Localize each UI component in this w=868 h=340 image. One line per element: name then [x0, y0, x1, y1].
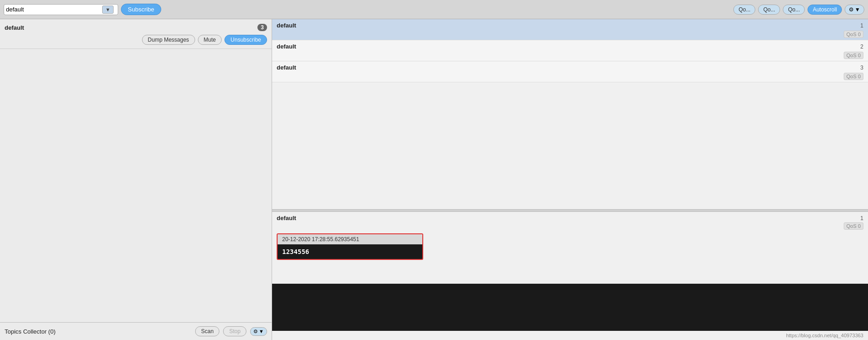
scan-button[interactable]: Scan: [195, 326, 219, 336]
qo2-button[interactable]: Qo...: [758, 5, 780, 15]
subscription-title: default: [5, 24, 24, 31]
right-panel: default 1 QoS 0 default 2 QoS 0: [272, 19, 868, 340]
message-item-1[interactable]: default 1 QoS 0: [272, 19, 868, 40]
gear-dropdown-arrow: ▼: [855, 6, 860, 13]
subscription-badge: 3: [257, 24, 267, 31]
detail-num: 1: [860, 215, 863, 221]
footer-url: https://blog.csdn.net/qq_40973363: [272, 331, 868, 340]
gear-settings-button[interactable]: ⚙ ▼: [845, 5, 864, 15]
message-num-2: 2: [860, 43, 863, 50]
subscription-section: default 3 Dump Messages Mute Unsubscribe: [0, 19, 272, 49]
message-highlight-box: 20-12-2020 17:28:55.62935451 1234556: [277, 233, 423, 260]
topic-dropdown-arrow[interactable]: ▼: [102, 5, 114, 14]
message-topic-1: default: [277, 22, 296, 29]
detail-panel: default 1 QoS 0 20-12-2020 17:28:55.6293…: [272, 212, 868, 340]
subscribe-button[interactable]: Subscribe: [121, 4, 161, 15]
autoscroll-button[interactable]: Autoscroll: [808, 5, 842, 15]
message-qos-3: QoS 0: [844, 73, 863, 80]
message-item-2-footer: QoS 0: [272, 51, 868, 61]
subscription-header: default 3: [5, 24, 267, 31]
message-qos-1: QoS 0: [844, 31, 863, 38]
detail-topic: default: [277, 215, 296, 221]
dump-messages-button[interactable]: Dump Messages: [142, 35, 195, 45]
toolbar-right: Qo... Qo... Qo... Autoscroll ⚙ ▼: [733, 5, 864, 15]
message-topic-3: default: [277, 64, 296, 71]
topics-gear-button[interactable]: ⚙ ▼: [250, 327, 267, 336]
toolbar: ▼ Subscribe Qo... Qo... Qo... Autoscroll…: [0, 0, 868, 19]
left-panel: default 3 Dump Messages Mute Unsubscribe…: [0, 19, 272, 340]
message-item-3-footer: QoS 0: [272, 72, 868, 82]
message-item-3[interactable]: default 3 QoS 0: [272, 61, 868, 82]
message-num-1: 1: [860, 22, 863, 29]
message-body: 1234556: [278, 244, 422, 259]
topics-collector-title: Topics Collector (0): [5, 328, 191, 335]
message-num-3: 3: [860, 65, 863, 71]
message-item-2-header: default 2: [272, 40, 868, 51]
detail-qos: QoS 0: [844, 222, 863, 230]
message-topic-2: default: [277, 43, 296, 50]
topics-collector-section: Topics Collector (0) Scan Stop ⚙ ▼: [0, 322, 272, 340]
detail-content: 20-12-2020 17:28:55.62935451 1234556: [272, 231, 868, 284]
subscription-actions: Dump Messages Mute Unsubscribe: [5, 35, 267, 45]
topic-input[interactable]: [6, 6, 102, 13]
message-item-2[interactable]: default 2 QoS 0: [272, 40, 868, 61]
topics-gear-arrow: ▼: [259, 329, 264, 334]
message-item-1-footer: QoS 0: [272, 30, 868, 40]
timestamp-bar: 20-12-2020 17:28:55.62935451: [278, 234, 422, 244]
message-item-3-header: default 3: [272, 61, 868, 72]
detail-bottom-black: [272, 284, 868, 331]
main-layout: default 3 Dump Messages Mute Unsubscribe…: [0, 19, 868, 340]
qo3-button[interactable]: Qo...: [783, 5, 805, 15]
detail-header: default 1: [272, 212, 868, 222]
topic-select-wrapper: ▼: [4, 4, 118, 15]
unsubscribe-button[interactable]: Unsubscribe: [224, 35, 267, 45]
message-item-1-header: default 1: [272, 19, 868, 30]
message-qos-2: QoS 0: [844, 52, 863, 59]
gear-icon: ⚙: [849, 6, 854, 13]
message-list: default 1 QoS 0 default 2 QoS 0: [272, 19, 868, 209]
topics-gear-icon: ⚙: [253, 329, 258, 335]
left-messages-area: [0, 49, 272, 322]
stop-button[interactable]: Stop: [223, 326, 246, 336]
qo1-button[interactable]: Qo...: [733, 5, 755, 15]
mute-button[interactable]: Mute: [198, 35, 222, 45]
